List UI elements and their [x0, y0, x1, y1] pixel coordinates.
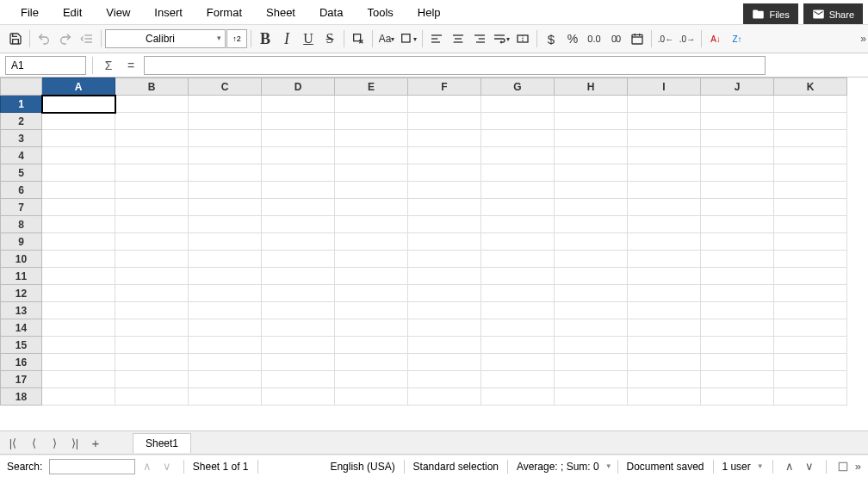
cell-D6[interactable] — [262, 182, 335, 199]
cell-F16[interactable] — [408, 354, 481, 371]
cell-K1[interactable] — [774, 96, 847, 113]
cell-A7[interactable] — [42, 199, 115, 216]
cell-G12[interactable] — [481, 285, 555, 302]
number-format-button[interactable]: 0.0 — [584, 28, 604, 49]
cell-A5[interactable] — [42, 164, 115, 182]
cell-E9[interactable] — [335, 233, 408, 251]
cell-F7[interactable] — [408, 199, 481, 216]
cell-B14[interactable] — [115, 319, 189, 337]
cell-F2[interactable] — [408, 113, 481, 130]
menu-format[interactable]: Format — [195, 3, 254, 22]
cell-C17[interactable] — [189, 371, 262, 388]
row-header-2[interactable]: 2 — [1, 113, 42, 130]
cell-F13[interactable] — [408, 302, 481, 319]
cell-E14[interactable] — [335, 319, 408, 337]
cell-K12[interactable] — [774, 285, 847, 302]
cell-D14[interactable] — [262, 319, 335, 337]
cell-K10[interactable] — [774, 251, 847, 268]
cell-A17[interactable] — [42, 371, 115, 388]
sort-asc-button[interactable]: A↓ — [705, 28, 726, 49]
cell-J1[interactable] — [701, 96, 774, 113]
cell-F14[interactable] — [408, 319, 481, 337]
cell-H1[interactable] — [555, 96, 628, 113]
cell-F18[interactable] — [408, 388, 481, 406]
cell-C13[interactable] — [189, 302, 262, 319]
case-button[interactable]: Aa▾ — [376, 28, 397, 49]
cell-B6[interactable] — [115, 182, 189, 199]
cell-B18[interactable] — [115, 388, 189, 406]
cell-G14[interactable] — [481, 319, 555, 337]
cell-K4[interactable] — [774, 147, 847, 164]
row-header-16[interactable]: 16 — [1, 354, 42, 371]
cell-J2[interactable] — [701, 113, 774, 130]
cell-C2[interactable] — [189, 113, 262, 130]
cell-C6[interactable] — [189, 182, 262, 199]
prev-sheet-button[interactable]: ⟨ — [24, 433, 43, 452]
cell-H6[interactable] — [555, 182, 628, 199]
cell-D2[interactable] — [262, 113, 335, 130]
language-status[interactable]: English (USA) — [330, 461, 394, 473]
cell-C5[interactable] — [189, 164, 262, 182]
cell-E6[interactable] — [335, 182, 408, 199]
undo-button[interactable] — [34, 28, 54, 49]
column-header-F[interactable]: F — [408, 78, 481, 96]
cell-I1[interactable] — [628, 96, 701, 113]
cell-G3[interactable] — [481, 130, 555, 147]
cell-J6[interactable] — [701, 182, 774, 199]
cell-F5[interactable] — [408, 164, 481, 182]
column-header-B[interactable]: B — [115, 78, 189, 96]
next-sheet-button[interactable]: ⟩ — [45, 433, 64, 452]
zoom-in-button[interactable]: ∨ — [801, 457, 817, 476]
cell-E12[interactable] — [335, 285, 408, 302]
cell-A13[interactable] — [42, 302, 115, 319]
cell-A16[interactable] — [42, 354, 115, 371]
cell-I17[interactable] — [628, 371, 701, 388]
cell-E11[interactable] — [335, 268, 408, 285]
cell-B7[interactable] — [115, 199, 189, 216]
cell-D11[interactable] — [262, 268, 335, 285]
cell-G11[interactable] — [481, 268, 555, 285]
cell-H4[interactable] — [555, 147, 628, 164]
selection-mode[interactable]: Standard selection — [413, 461, 499, 473]
cell-F4[interactable] — [408, 147, 481, 164]
cell-K16[interactable] — [774, 354, 847, 371]
row-header-4[interactable]: 4 — [1, 147, 42, 164]
cell-A10[interactable] — [42, 251, 115, 268]
cell-D17[interactable] — [262, 371, 335, 388]
column-header-J[interactable]: J — [701, 78, 774, 96]
cell-H15[interactable] — [555, 337, 628, 354]
row-header-10[interactable]: 10 — [1, 251, 42, 268]
cell-A15[interactable] — [42, 337, 115, 354]
bold-button[interactable]: B — [255, 28, 276, 49]
cell-H7[interactable] — [555, 199, 628, 216]
zoom-out-button[interactable]: ∧ — [782, 457, 798, 476]
row-header-14[interactable]: 14 — [1, 319, 42, 337]
cell-E13[interactable] — [335, 302, 408, 319]
cell-K9[interactable] — [774, 233, 847, 251]
cell-B11[interactable] — [115, 268, 189, 285]
strike-button[interactable]: S — [319, 28, 340, 49]
row-header-15[interactable]: 15 — [1, 337, 42, 354]
cell-D9[interactable] — [262, 233, 335, 251]
cell-B16[interactable] — [115, 354, 189, 371]
save-button[interactable] — [5, 28, 26, 49]
share-button[interactable]: Share — [803, 3, 863, 25]
cell-F6[interactable] — [408, 182, 481, 199]
cell-G17[interactable] — [481, 371, 555, 388]
cell-E16[interactable] — [335, 354, 408, 371]
cell-J18[interactable] — [701, 388, 774, 406]
sort-desc-button[interactable]: Z↑ — [727, 28, 747, 49]
cell-B3[interactable] — [115, 130, 189, 147]
cell-I13[interactable] — [628, 302, 701, 319]
cell-H5[interactable] — [555, 164, 628, 182]
row-header-13[interactable]: 13 — [1, 302, 42, 319]
cell-B13[interactable] — [115, 302, 189, 319]
decimal-button[interactable]: 00 — [605, 28, 626, 49]
cell-C12[interactable] — [189, 285, 262, 302]
status-overflow-button[interactable]: » — [855, 460, 861, 473]
currency-button[interactable]: $ — [541, 28, 561, 49]
toolbar-overflow-button[interactable]: » — [860, 33, 866, 45]
menu-view[interactable]: View — [94, 3, 142, 22]
cell-J15[interactable] — [701, 337, 774, 354]
cell-H11[interactable] — [555, 268, 628, 285]
